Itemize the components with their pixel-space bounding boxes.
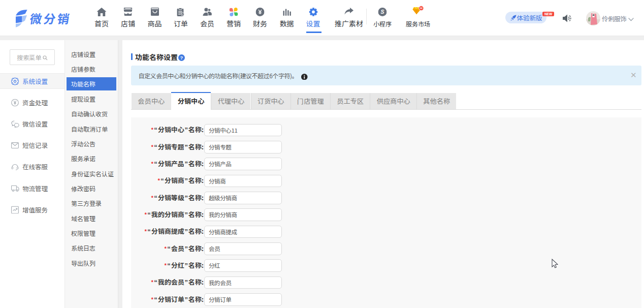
svg-text:S: S (380, 9, 384, 15)
svg-text:H: H (420, 7, 422, 10)
svg-text:?: ? (180, 54, 183, 60)
